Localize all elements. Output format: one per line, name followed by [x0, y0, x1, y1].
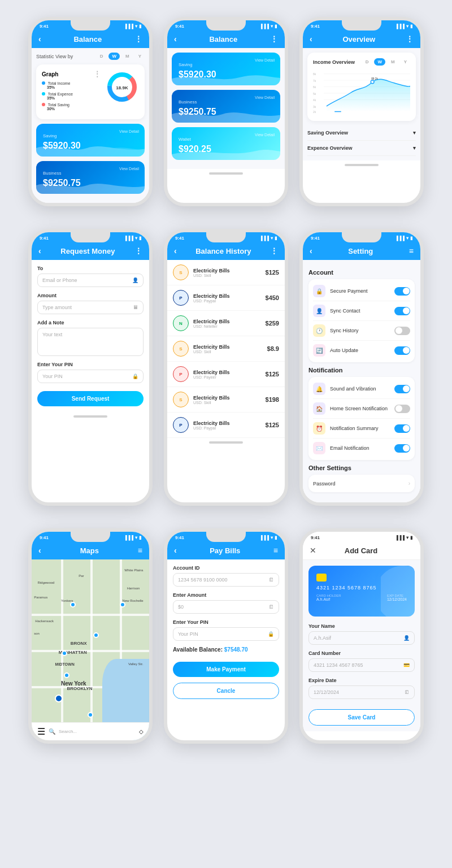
tab-y[interactable]: Y [135, 53, 145, 60]
view-detail2[interactable]: View Detail [255, 96, 275, 99]
history-item-5[interactable]: P Electricity Bills USD: Payeer $125 [167, 362, 285, 387]
sound-vibration-item[interactable]: 🔔 Sound and Vibration [313, 379, 410, 399]
tab-d[interactable]: D [97, 53, 107, 60]
home-screen-toggle[interactable] [394, 405, 410, 413]
label-harrison: Harrison [127, 587, 140, 590]
home-indicator [32, 412, 149, 421]
auto-update-toggle[interactable] [394, 346, 410, 355]
ov-tab-w[interactable]: W [374, 58, 385, 66]
menu-icon[interactable]: ≡ [273, 546, 278, 555]
overview-tabs[interactable]: D W M Y [362, 58, 410, 66]
expense-overview-label: Expence Overview [307, 145, 353, 151]
history-item-7[interactable]: P Electricity Bills USD: Paypal $125 [167, 413, 285, 438]
email-input[interactable]: Email or Phone 👤 [37, 274, 144, 287]
chip [316, 574, 327, 581]
header-title: Balance [209, 35, 237, 44]
save-card-button[interactable]: Save Card [308, 709, 415, 726]
send-request-button[interactable]: Send Request [37, 391, 144, 406]
menu-icon[interactable]: ⋮ [270, 246, 278, 255]
ov-tab-y[interactable]: Y [401, 58, 410, 66]
pin-placeholder: Your PIN [42, 374, 63, 379]
enter-amount-input[interactable]: $0 🗓 [173, 600, 279, 614]
phone-setting: 9:41 ▐▐▐ ▾ ▮ ‹ Setting ≡ Account 🔒 Secur… [299, 229, 424, 506]
note-input[interactable]: Your text [37, 328, 144, 356]
summary-toggle[interactable] [394, 424, 410, 433]
view-detail3[interactable]: View Detail [255, 133, 275, 137]
stat-tabs[interactable]: D W M Y [97, 53, 145, 60]
your-name-input[interactable]: A.h.Asif 👤 [308, 631, 415, 645]
back-icon[interactable]: ‹ [174, 34, 177, 44]
notif-summary-item[interactable]: ⏰ Notification Summary [313, 419, 410, 439]
ov-tab-m[interactable]: M [388, 58, 398, 66]
secure-payment-toggle[interactable] [394, 287, 410, 296]
sync-contact-toggle[interactable] [394, 307, 410, 315]
back-icon[interactable]: ‹ [38, 246, 41, 255]
saving-view-detail[interactable]: View Detail [119, 129, 139, 133]
history-item-2[interactable]: P Electricity Bills USD: Paypal $450 [167, 285, 285, 311]
password-item[interactable]: Password › [313, 477, 410, 490]
back-icon[interactable]: ‹ [310, 34, 312, 44]
view-detail1[interactable]: View Detail [255, 58, 275, 62]
header-bar: ‹ Overview ⋮ [303, 30, 420, 48]
graph-menu[interactable]: ⋮ [94, 70, 101, 78]
expense-percent: 35% [47, 96, 55, 100]
make-payment-button[interactable]: Make Payment [173, 662, 279, 677]
amount-input[interactable]: Type amount 🖩 [37, 301, 144, 314]
row-3: 9:41 ▐▐▐ ▾ ▮ ‹ Maps ≡ [11, 528, 441, 744]
hamburger-icon[interactable]: ☰ [37, 726, 45, 737]
sync-contact-item[interactable]: 👤 Sync Contact [313, 301, 410, 321]
request-form: To Email or Phone 👤 Amount Type amount 🖩… [32, 260, 149, 412]
paypal-icon-1: P [173, 290, 189, 306]
location-icon[interactable]: ◇ [139, 728, 144, 735]
name-value: A.h.Asif [314, 635, 331, 641]
email-toggle[interactable] [394, 444, 410, 453]
history-item-3[interactable]: N Electricity Bills USD: Neteller $259 [167, 311, 285, 336]
back-icon[interactable]: ‹ [174, 246, 177, 255]
home-screen-notif-item[interactable]: 🏠 Home Screen Notification [313, 399, 410, 419]
saving-dot [42, 103, 45, 106]
expense-overview-row[interactable]: Expence Overview ▾ [307, 141, 416, 156]
notch [342, 232, 381, 242]
notch [206, 532, 246, 542]
sync-history-toggle[interactable] [394, 327, 410, 335]
tab-m[interactable]: M [122, 53, 133, 60]
saving-legend-label: Total Saving [48, 103, 69, 107]
item-sub-4: USD: Skill [193, 350, 267, 354]
map-pin-6 [88, 712, 93, 718]
search-placeholder[interactable]: Search... [59, 729, 136, 734]
business-view-detail[interactable]: View Detail [119, 167, 139, 171]
menu-icon[interactable]: ⋮ [270, 34, 278, 44]
menu-icon[interactable]: ⋮ [134, 34, 142, 44]
history-item-6[interactable]: S Electricity Bills USD: Skill $198 [167, 387, 285, 413]
back-icon[interactable]: ‹ [310, 246, 312, 255]
home-screen-icon: 🏠 [313, 402, 325, 415]
menu-icon[interactable]: ≡ [409, 246, 414, 255]
email-notif-item[interactable]: ✉️ Email Notification [313, 439, 410, 458]
phone-pay-bills: 9:41 ▐▐▐ ▾ ▮ ‹ Pay Bills ≡ Account ID 12… [164, 528, 288, 744]
back-icon[interactable]: ‹ [38, 546, 41, 555]
sound-toggle[interactable] [394, 385, 410, 393]
back-icon[interactable]: ‹ [174, 546, 177, 555]
saving-overview-row[interactable]: Saving Overview ▾ [307, 125, 416, 141]
pin-input[interactable]: Your PIN 🔒 [37, 370, 144, 383]
cancel-button[interactable]: Cancle [173, 683, 279, 699]
close-icon[interactable]: ✕ [310, 546, 316, 555]
card-number-input[interactable]: 4321 1234 4567 8765 💳 [308, 658, 415, 672]
expire-date-input[interactable]: 12/12/2024 🗓 [308, 685, 415, 699]
menu-icon[interactable]: ⋮ [406, 34, 414, 44]
addcard-title: Add Card [345, 546, 378, 555]
menu-icon[interactable]: ≡ [138, 546, 142, 555]
tab-w[interactable]: W [108, 53, 120, 60]
lock-icon: 🔒 [132, 374, 138, 379]
history-item-1[interactable]: S Electricity Bills USD: Skill $125 [167, 260, 285, 285]
secure-payment-item[interactable]: 🔒 Secure Payment [313, 281, 410, 301]
sync-history-item[interactable]: 🕐 Sync History [313, 321, 410, 341]
menu-icon[interactable]: ⋮ [134, 246, 142, 255]
pin-input2[interactable]: Your PIN 🔒 [173, 627, 279, 641]
ov-tab-d[interactable]: D [362, 58, 372, 66]
map-area[interactable]: White Plains Par Ridgewood Harrison Para… [32, 559, 149, 740]
auto-update-item[interactable]: 🔄 Auto Update [313, 341, 410, 360]
back-icon[interactable]: ‹ [38, 34, 41, 44]
history-item-4[interactable]: S Electricity Bills USD: Skill $8.9 [167, 336, 285, 362]
account-id-input[interactable]: 1234 5678 9100 0000 🗓 [173, 573, 279, 587]
